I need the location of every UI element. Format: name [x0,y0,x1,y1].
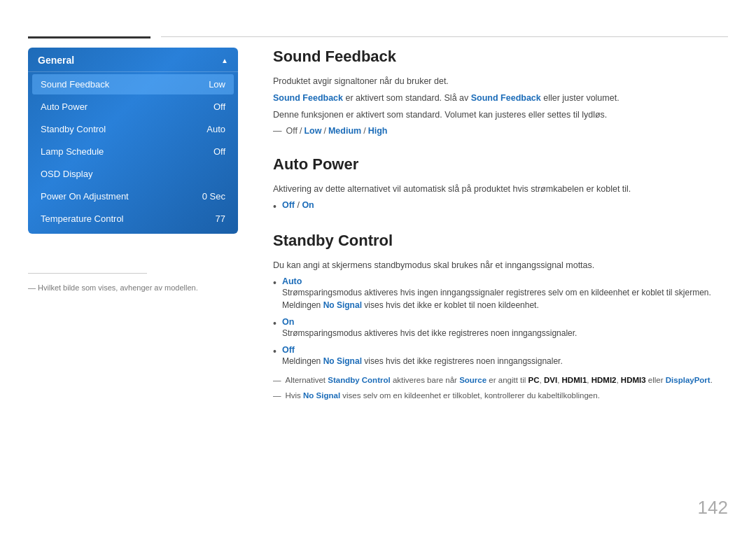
standby-control-desc1: Du kan angi at skjermens standbymodus sk… [273,258,728,272]
auto-power-title: Auto Power [273,155,728,174]
menu-label-standby-control: Standby Control [41,124,106,134]
main-content: Sound Feedback Produktet avgir signalton… [273,48,728,492]
standby-option-off: • Off Meldingen No Signal vises hvis det… [273,345,728,367]
menu-label-power-on-adjustment: Power On Adjustment [41,191,129,202]
section-auto-power: Auto Power Aktivering av dette alternati… [273,155,728,212]
sidebar-note: — Hvilket bilde som vises, avhenger av m… [28,273,238,293]
standby-note2: — Hvis No Signal vises selv om en kildee… [273,390,728,402]
sound-feedback-options: — Off / Low / Medium / High [273,126,728,136]
auto-power-desc1: Aktivering av dette alternativet vil aut… [273,182,728,196]
standby-on-desc: Strømsparingsmodus aktiveres hvis det ik… [282,327,578,339]
menu-value-standby-control: Auto [206,124,225,134]
page-number: 142 [698,497,728,519]
sound-feedback-desc3: Denne funksjonen er aktivert som standar… [273,108,728,122]
top-border-left [28,36,150,38]
sidebar-arrow-icon: ▲ [221,57,228,64]
menu-value-auto-power: Off [214,101,225,112]
menu-label-osd-display: OSD Display [41,169,92,179]
auto-power-options: • Off / On [273,200,728,212]
menu-label-temperature-control: Temperature Control [41,213,124,224]
menu-label-auto-power: Auto Power [41,101,88,112]
auto-power-option-off: • Off / On [273,200,728,212]
sidebar-note-divider [28,273,147,274]
sidebar: General ▲ Sound Feedback Low Auto Power … [28,48,238,234]
sidebar-note-text: — Hvilket bilde som vises, avhenger av m… [28,283,198,292]
menu-value-temperature-control: 77 [216,213,225,224]
menu-label-sound-feedback: Sound Feedback [41,79,109,90]
top-border-right [161,36,728,37]
standby-control-options: • Auto Strømsparingsmodus aktiveres hvis… [273,276,728,367]
menu-item-sound-feedback[interactable]: Sound Feedback Low [32,74,234,94]
sound-feedback-desc2: Sound Feedback er aktivert som standard.… [273,91,728,105]
standby-control-title: Standby Control [273,232,728,250]
menu-value-sound-feedback: Low [209,79,225,90]
standby-auto-desc2: Meldingen No Signal vises hvis det ikke … [282,299,711,311]
standby-option-auto: • Auto Strømsparingsmodus aktiveres hvis… [273,276,728,311]
standby-auto-desc1: Strømsparingsmodus aktiveres hvis ingen … [282,286,711,299]
sound-feedback-desc1: Produktet avgir signaltoner når du bruke… [273,74,728,88]
menu-item-lamp-schedule[interactable]: Lamp Schedule Off [32,141,234,162]
menu-item-standby-control[interactable]: Standby Control Auto [32,119,234,139]
sidebar-menu: General ▲ Sound Feedback Low Auto Power … [28,48,238,234]
standby-note1: — Alternativet Standby Control aktiveres… [273,374,728,386]
menu-value-power-on-adjustment: 0 Sec [202,191,225,202]
standby-option-on: • On Strømsparingsmodus aktiveres hvis d… [273,317,728,339]
menu-value-lamp-schedule: Off [214,146,225,157]
menu-item-power-on-adjustment[interactable]: Power On Adjustment 0 Sec [32,186,234,206]
section-standby-control: Standby Control Du kan angi at skjermens… [273,232,728,402]
menu-item-osd-display[interactable]: OSD Display [32,164,234,184]
standby-off-desc1: Meldingen No Signal vises hvis det ikke … [282,355,563,367]
section-sound-feedback: Sound Feedback Produktet avgir signalton… [273,48,728,136]
menu-item-temperature-control[interactable]: Temperature Control 77 [32,209,234,229]
sound-feedback-title: Sound Feedback [273,48,728,66]
sidebar-title: General [38,55,74,66]
menu-label-lamp-schedule: Lamp Schedule [41,146,104,157]
sidebar-header: General ▲ [28,48,238,72]
menu-item-auto-power[interactable]: Auto Power Off [32,97,234,117]
